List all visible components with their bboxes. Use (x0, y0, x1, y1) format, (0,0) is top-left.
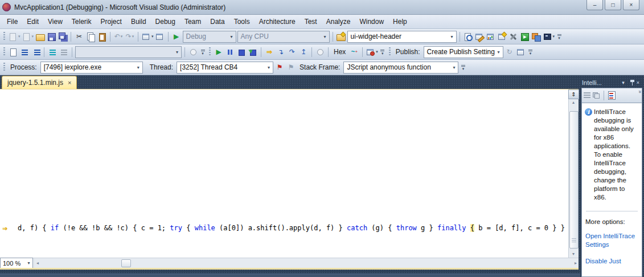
new-project-button[interactable]: ▾ (8, 31, 20, 42)
step-over-button[interactable]: ↷ (287, 46, 297, 58)
pin-icon[interactable] (627, 78, 634, 87)
vertical-scrollbar[interactable]: ⇕ ▴ ▾ (568, 89, 579, 258)
document-outline-button[interactable] (8, 46, 18, 58)
menu-item-build[interactable]: Build (126, 16, 151, 27)
add-item-button[interactable]: ▾ (22, 31, 34, 42)
menu-item-analyze[interactable]: Analyze (322, 16, 355, 27)
extension-manager-button[interactable] (497, 31, 507, 42)
squiggle-button[interactable]: ~+ (349, 46, 359, 58)
toolbar-grip[interactable] (3, 47, 5, 56)
show-threads-button[interactable] (315, 46, 325, 58)
toolbar-options-button[interactable]: ▾ (556, 34, 563, 39)
menu-item-edit[interactable]: Edit (22, 16, 43, 27)
restart-button[interactable] (248, 46, 258, 58)
toolbar-options-button[interactable]: ▾ (460, 65, 466, 70)
menu-item-architecture[interactable]: Architecture (255, 16, 300, 27)
validate-document-button[interactable] (188, 46, 198, 58)
toolbar-overflow-chevrons-icon[interactable]: » (637, 90, 642, 93)
toolbar-options-button[interactable]: ▾ (199, 50, 206, 55)
open-intellitrace-settings-link[interactable]: Open IntelliTrace Settings (585, 232, 639, 249)
solution-configurations-combo[interactable]: Debug▾ (183, 31, 236, 43)
editor-surface[interactable]: ⇒ d, f) { if (!e && !b && !c) { c = 1; t… (0, 89, 579, 258)
zoom-combo[interactable]: 100 %▾ (0, 258, 33, 268)
publish-run-button[interactable]: ↻ (504, 46, 515, 58)
uncomment-button[interactable] (59, 46, 69, 58)
unflag-thread-button[interactable]: ⚑ (286, 62, 296, 73)
toolbar-grip[interactable] (209, 47, 211, 56)
vertical-scroll-thumb[interactable] (569, 111, 579, 249)
show-next-statement-button[interactable]: ⇒ (264, 46, 274, 58)
find-in-files-button[interactable] (463, 31, 473, 42)
scroll-up-icon[interactable]: ▴ (569, 100, 578, 105)
publish-combo[interactable]: Create Publish Settings▾ (424, 46, 503, 58)
menu-item-view[interactable]: View (43, 16, 67, 27)
break-all-button[interactable] (225, 46, 235, 58)
stack-frame-combo[interactable]: JScript anonymous function▾ (343, 62, 458, 74)
disable-just-my-code-link[interactable]: Disable Just (585, 257, 639, 266)
external-tools-button[interactable] (508, 31, 519, 42)
split-window-handle[interactable]: ⇕ (568, 89, 579, 99)
toolbar-grip[interactable] (3, 32, 5, 41)
solution-platforms-combo[interactable]: Any CPU▾ (237, 31, 330, 43)
menu-item-tools[interactable]: Tools (229, 16, 255, 27)
navigation-combo[interactable]: ▾ (75, 46, 182, 58)
maximize-button[interactable]: □ (605, 0, 621, 10)
toolbar-options-button[interactable]: ▾ (527, 50, 534, 55)
find-symbol-button[interactable] (336, 31, 346, 42)
process-combo[interactable]: [7496] iexplore.exe▾ (40, 62, 143, 74)
toolbar-options-button[interactable]: ▾ (379, 50, 386, 55)
menu-item-file[interactable]: File (2, 16, 22, 27)
menu-item-window[interactable]: Window (355, 16, 388, 27)
settings-checklist-icon[interactable] (608, 91, 616, 100)
toolbar-grip[interactable] (389, 47, 391, 56)
command-window-button[interactable]: ▾ (543, 31, 555, 42)
events-list-icon[interactable] (584, 92, 590, 99)
thread-combo[interactable]: [3252] Thread CB4▾ (177, 62, 273, 74)
object-browser-button[interactable] (531, 31, 542, 42)
scroll-right-icon[interactable]: ▸ (575, 258, 577, 268)
menu-item-help[interactable]: Help (388, 16, 412, 27)
undo-button[interactable]: ↶▾ (113, 31, 124, 42)
redo-button[interactable]: ↷▾ (125, 31, 135, 42)
window-position-icon[interactable]: ▾ (620, 80, 627, 85)
stop-debugging-button[interactable] (236, 46, 247, 58)
save-button[interactable] (46, 31, 56, 42)
horizontal-scrollbar[interactable]: ◂ ▸ (35, 258, 579, 268)
toolbar-grip[interactable] (3, 63, 5, 72)
copy-button[interactable] (85, 31, 96, 42)
menu-item-debug[interactable]: Debug (151, 16, 180, 27)
properties-window-button[interactable] (474, 31, 485, 42)
scroll-left-icon[interactable]: ◂ (36, 258, 39, 268)
hex-display-button[interactable]: Hex (331, 46, 348, 58)
flag-thread-button[interactable]: ⚑ (274, 62, 285, 73)
navigate-backward-button[interactable]: ▾ (141, 31, 154, 42)
intellitrace-panel-header[interactable]: Intelli... ▾ × (581, 77, 642, 88)
continue-button[interactable]: ▶ (214, 46, 224, 58)
related-views-icon[interactable] (593, 92, 600, 99)
debug-windows-button[interactable]: ▾ (366, 46, 378, 58)
minimize-button[interactable]: ‒ (586, 0, 603, 10)
step-out-button[interactable]: ↥ (298, 46, 309, 58)
menu-item-team[interactable]: Team (180, 16, 206, 27)
scroll-down-icon[interactable]: ▾ (569, 251, 578, 256)
tab-close-icon[interactable]: × (68, 79, 71, 86)
tab-jquery-file[interactable]: jquery-1.5.1.min.js × (2, 76, 77, 89)
search-combo[interactable]: ui-widget-header▾ (347, 31, 457, 43)
comment-button[interactable] (47, 46, 58, 58)
horizontal-scroll-thumb[interactable] (121, 259, 131, 267)
navigate-to-button[interactable] (520, 31, 530, 42)
cut-button[interactable]: ✂ (74, 31, 84, 42)
close-button[interactable]: × (623, 0, 639, 10)
menu-item-project[interactable]: Project (96, 16, 126, 27)
edit-publish-settings-button[interactable] (516, 46, 526, 58)
indicator-margin[interactable]: ⇒ (0, 223, 10, 233)
decrease-indent-button[interactable] (19, 46, 30, 58)
increase-indent-button[interactable] (31, 46, 41, 58)
start-debugging-button[interactable]: ▶ (171, 31, 182, 42)
menu-item-telerik[interactable]: Telerik (67, 16, 96, 27)
paste-button[interactable] (97, 31, 107, 42)
other-windows-button[interactable] (155, 31, 165, 42)
menu-item-test[interactable]: Test (300, 16, 322, 27)
save-all-button[interactable] (58, 31, 68, 42)
open-file-button[interactable] (35, 31, 45, 42)
